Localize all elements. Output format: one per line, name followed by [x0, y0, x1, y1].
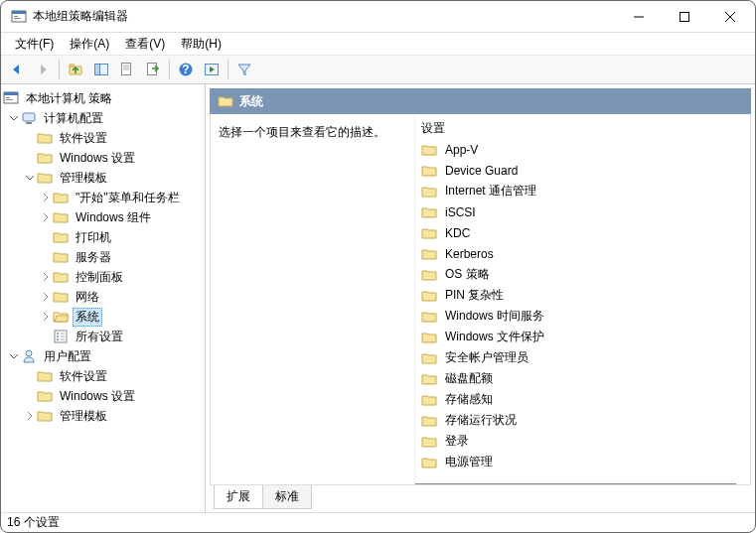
list-item[interactable]: 磁盘配额: [417, 368, 748, 389]
list-item-label: 磁盘配额: [445, 370, 493, 387]
list-item[interactable]: KDC: [417, 222, 748, 243]
list-item-label: KDC: [445, 226, 470, 240]
column-header[interactable]: 设置: [417, 118, 748, 139]
list-item[interactable]: Windows 时间服务: [417, 306, 748, 327]
folder-icon: [218, 93, 233, 109]
list-item[interactable]: 登录: [417, 431, 748, 452]
svg-rect-5: [680, 12, 689, 21]
svg-point-26: [57, 335, 59, 337]
back-button[interactable]: [5, 58, 29, 81]
tab-standard[interactable]: 标准: [262, 485, 312, 509]
folder-icon: [421, 163, 437, 179]
chevron-right-icon[interactable]: [23, 409, 37, 423]
list-item-label: Internet 通信管理: [445, 183, 536, 200]
list-item[interactable]: 安全帐户管理员: [417, 347, 748, 368]
menu-view[interactable]: 查看(V): [117, 34, 173, 55]
chevron-right-icon[interactable]: [39, 191, 53, 204]
folder-icon: [37, 130, 53, 146]
folder-icon: [37, 408, 53, 424]
tree-item[interactable]: 所有设置: [3, 327, 203, 346]
list-item-label: Kerberos: [445, 247, 494, 261]
tree-label: Windows 组件: [73, 208, 154, 227]
tree-item[interactable]: "开始"菜单和任务栏: [3, 188, 203, 207]
chevron-right-icon[interactable]: [39, 270, 53, 284]
app-icon: [11, 9, 27, 25]
list-item[interactable]: Device Guard: [417, 160, 748, 181]
list-item[interactable]: Kerberos: [417, 243, 748, 264]
list-item[interactable]: 存储运行状况: [417, 410, 748, 431]
status-bar: 16 个设置: [1, 512, 755, 532]
chevron-down-icon[interactable]: [23, 171, 37, 185]
tree-label: 网络: [73, 288, 102, 307]
maximize-button[interactable]: [662, 2, 707, 32]
close-button[interactable]: [707, 2, 753, 32]
status-text: 16 个设置: [7, 514, 60, 531]
list-item-label: OS 策略: [445, 266, 490, 283]
toolbar-separator: [169, 60, 170, 79]
tree-item[interactable]: 管理模板: [3, 406, 203, 426]
folder-icon: [421, 225, 437, 241]
folder-icon: [37, 170, 53, 186]
list-item[interactable]: PIN 复杂性: [417, 285, 748, 306]
show-hide-tree-button[interactable]: [89, 58, 113, 81]
tree-item-system[interactable]: 系统: [3, 307, 203, 327]
window-title: 本地组策略编辑器: [33, 8, 616, 25]
tree-item[interactable]: 软件设置: [3, 128, 203, 148]
folder-icon: [421, 392, 437, 408]
tree-item[interactable]: Windows 设置: [3, 148, 203, 168]
details-title: 系统: [239, 93, 263, 110]
filter-button[interactable]: [232, 58, 256, 81]
details-header: 系统: [210, 88, 751, 114]
tree-item[interactable]: Windows 组件: [3, 207, 203, 227]
list-item[interactable]: Internet 通信管理: [417, 181, 748, 201]
chevron-right-icon[interactable]: [39, 290, 53, 304]
chevron-right-icon[interactable]: [39, 210, 53, 224]
tree-item-admin-templates[interactable]: 管理模板: [3, 168, 203, 188]
tabs: 扩展 标准: [210, 484, 751, 508]
tab-extended[interactable]: 扩展: [214, 485, 263, 509]
menu-file[interactable]: 文件(F): [7, 34, 62, 55]
up-button[interactable]: [64, 58, 87, 81]
policy-tree[interactable]: 本地计算机 策略 计算机配置 软件设置 W: [3, 88, 203, 426]
tree-label: 本地计算机 策略: [23, 89, 115, 108]
tree-item[interactable]: 控制面板: [3, 267, 203, 287]
folder-icon: [53, 229, 69, 245]
tree-label: 服务器: [73, 248, 114, 267]
forward-button[interactable]: [31, 58, 55, 81]
menu-help[interactable]: 帮助(H): [173, 34, 229, 55]
svg-point-31: [26, 350, 32, 356]
settings-list[interactable]: 设置 App-VDevice GuardInternet 通信管理iSCSIKD…: [415, 114, 750, 484]
folder-icon: [37, 368, 53, 384]
tree-label: 软件设置: [57, 129, 110, 148]
list-item[interactable]: iSCSI: [417, 201, 748, 222]
chevron-down-icon[interactable]: [7, 349, 21, 363]
list-item[interactable]: Windows 文件保护: [417, 327, 748, 347]
chevron-right-icon[interactable]: [39, 310, 53, 324]
toolbar-separator: [227, 60, 228, 79]
tree-item-user-config[interactable]: 用户配置: [3, 346, 203, 366]
tree-item[interactable]: 软件设置: [3, 366, 203, 386]
tree-item[interactable]: 服务器: [3, 247, 203, 267]
svg-rect-2: [14, 16, 18, 17]
export-button[interactable]: [141, 58, 165, 81]
menu-action[interactable]: 操作(A): [62, 34, 117, 55]
tree-item[interactable]: Windows 设置: [3, 386, 203, 406]
list-item[interactable]: OS 策略: [417, 264, 748, 285]
list-item[interactable]: 电源管理: [417, 452, 748, 472]
tree-root[interactable]: 本地计算机 策略: [3, 88, 203, 108]
tree-item[interactable]: 打印机: [3, 227, 203, 247]
properties-button[interactable]: [115, 58, 139, 81]
policy-root-icon: [3, 90, 19, 106]
chevron-down-icon[interactable]: [7, 111, 21, 125]
help-button[interactable]: ?: [174, 58, 198, 81]
tree-item-computer-config[interactable]: 计算机配置: [3, 108, 203, 128]
minimize-button[interactable]: [616, 2, 662, 32]
list-item[interactable]: App-V: [417, 139, 748, 160]
list-item[interactable]: 存储感知: [417, 389, 748, 410]
tree-label: 管理模板: [57, 169, 110, 188]
folder-icon: [421, 309, 437, 325]
tree-item[interactable]: 网络: [3, 287, 203, 307]
settings-list-icon: [53, 329, 69, 344]
run-button[interactable]: [200, 58, 224, 81]
description-text: 选择一个项目来查看它的描述。: [219, 124, 406, 141]
